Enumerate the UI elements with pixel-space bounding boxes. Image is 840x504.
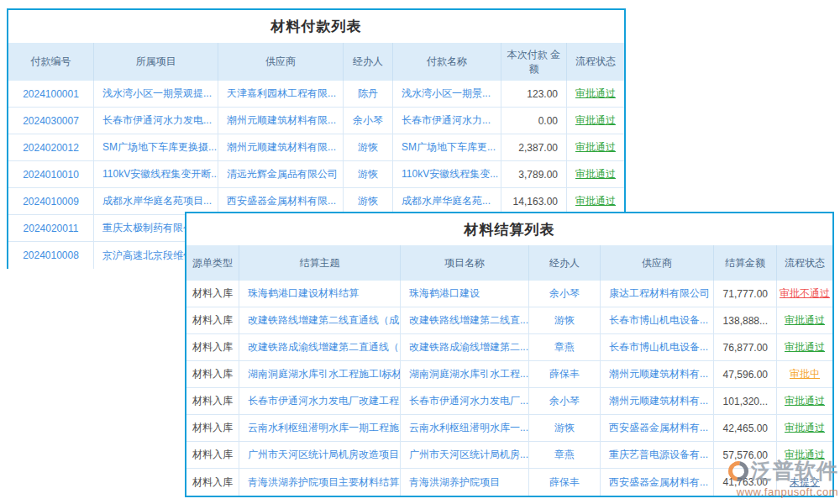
cell-handler: 余小琴	[344, 108, 393, 134]
fanpu-watermark: 泛普软件 www.fanpusoft.com	[712, 457, 838, 498]
settlement-table-title: 材料结算列表	[186, 213, 832, 245]
settlement-table-header: 源单类型 结算主题 项目名称 经办人 供应商 结算金额 流程状态	[186, 245, 832, 281]
column-header: 供应商	[218, 43, 344, 81]
status-link[interactable]: 审批通过	[785, 340, 825, 354]
column-header: 经办人	[529, 245, 601, 281]
cell-handler: 余小琴	[529, 388, 601, 415]
cell-amount: 0.00	[501, 108, 567, 134]
column-header: 流程状态	[567, 43, 624, 81]
status-link[interactable]: 审批通过	[785, 394, 825, 408]
cell-payment-id[interactable]: 2024010010	[8, 161, 94, 188]
cell-project-name[interactable]: 云南水利枢纽潜明水库一...	[401, 415, 529, 442]
status-link[interactable]: 审批通过	[575, 113, 616, 128]
column-header: 流程状态	[777, 245, 832, 281]
cell-payment-id[interactable]: 2024010008	[8, 242, 94, 269]
cell-source-type: 材料入库	[186, 469, 239, 496]
cell-amount: 2,387.00	[501, 134, 567, 161]
cell-payment-name[interactable]: SM广场地下车库更...	[393, 134, 501, 161]
cell-subject[interactable]: 改建铁路线增建第二线直通线（成...	[239, 307, 401, 334]
cell-project[interactable]: 长春市伊通河水力发电...	[94, 108, 218, 134]
settlement-table: 材料结算列表 源单类型 结算主题 项目名称 经办人 供应商 结算金额 流程状态 …	[185, 212, 834, 497]
cell-amount: 123.00	[501, 81, 567, 108]
column-header: 供应商	[601, 245, 714, 281]
cell-supplier[interactable]: 潮州元顺建筑材料有...	[601, 388, 714, 415]
cell-supplier[interactable]: 重庆艺普电源设备有...	[601, 442, 714, 469]
column-header: 项目名称	[401, 245, 529, 281]
cell-payment-name[interactable]: 110kV安徽线程集变...	[393, 161, 501, 188]
cell-payment-name[interactable]: 浅水湾小区一期景...	[393, 81, 501, 108]
cell-status: 审批通过	[777, 415, 832, 442]
column-header: 结算金额	[714, 245, 777, 281]
cell-status: 审批通过	[567, 108, 624, 134]
status-link[interactable]: 审批中	[790, 367, 820, 381]
cell-amount: 71,777.00	[714, 281, 777, 307]
cell-project-name[interactable]: 珠海鹤港口建设	[401, 281, 529, 307]
cell-supplier[interactable]: 清远光辉金属品有限公司	[218, 161, 344, 188]
cell-supplier[interactable]: 西安盛器金属材料有...	[601, 415, 714, 442]
cell-supplier[interactable]: 康达工程材料有限公司	[601, 281, 714, 307]
cell-status: 审批通过	[777, 388, 832, 415]
cell-handler: 章燕	[529, 334, 601, 361]
cell-project[interactable]: SM广场地下车库更换摄...	[94, 134, 218, 161]
cell-subject[interactable]: 长春市伊通河水力发电厂改建工程...	[239, 388, 401, 415]
column-header: 结算主题	[239, 245, 401, 281]
cell-handler: 余小琴	[529, 281, 601, 307]
cell-supplier[interactable]: 长春市博山机电设备...	[601, 334, 714, 361]
cell-project[interactable]: 浅水湾小区一期景观提...	[94, 81, 218, 108]
fanpu-watermark-top: 泛普软件	[712, 457, 838, 485]
status-link[interactable]: 审批通过	[575, 194, 616, 208]
cell-source-type: 材料入库	[186, 281, 239, 307]
cell-payment-id[interactable]: 2024010009	[8, 188, 94, 215]
cell-amount: 3,789.00	[501, 161, 567, 188]
fanpu-url: www.fanpusoft.com	[712, 486, 838, 498]
status-link[interactable]: 审批不通过	[780, 286, 830, 301]
fanpu-logo-icon	[724, 457, 752, 485]
cell-amount: 47,596.00	[714, 361, 777, 388]
cell-supplier[interactable]: 潮州元顺建筑材料有限...	[218, 108, 344, 134]
status-link[interactable]: 审批通过	[575, 167, 616, 181]
cell-project-name[interactable]: 青海洪湖养护院项目	[401, 469, 529, 496]
column-header: 本次付款 金额	[501, 43, 567, 81]
cell-handler: 游恢	[529, 415, 601, 442]
cell-payment-id[interactable]: 2024020012	[8, 134, 94, 161]
cell-project-name[interactable]: 湖南洞庭湖水库引水工程...	[401, 361, 529, 388]
cell-amount: 101,320...	[714, 388, 777, 415]
cell-subject[interactable]: 改建铁路成渝线增建第二直通线（...	[239, 334, 401, 361]
cell-subject[interactable]: 云南水利枢纽潜明水库一期工程施...	[239, 415, 401, 442]
cell-handler: 游恢	[344, 161, 393, 188]
cell-supplier[interactable]: 潮州元顺建筑材料有限...	[218, 134, 344, 161]
status-link[interactable]: 审批通过	[785, 421, 825, 435]
cell-subject[interactable]: 广州市天河区统计局机房改造项目...	[239, 442, 401, 469]
cell-supplier[interactable]: 西安盛器金属材料有...	[601, 469, 714, 496]
cell-status: 审批通过	[777, 307, 832, 334]
cell-project-name[interactable]: 长春市伊通河水力发电厂...	[401, 388, 529, 415]
status-link[interactable]: 审批通过	[575, 140, 616, 155]
cell-amount: 138,888...	[714, 307, 777, 334]
cell-handler: 游恢	[344, 134, 393, 161]
cell-supplier[interactable]: 长春市博山机电设备...	[601, 307, 714, 334]
cell-project-name[interactable]: 改建铁路线增建第二线直...	[401, 307, 529, 334]
cell-status: 审批通过	[567, 161, 624, 188]
cell-supplier[interactable]: 潮州元顺建筑材料有...	[601, 361, 714, 388]
status-link[interactable]: 审批通过	[785, 313, 825, 328]
cell-payment-id[interactable]: 2024020011	[8, 215, 94, 242]
cell-supplier[interactable]: 天津嘉利园林工程有限...	[218, 81, 344, 108]
cell-subject[interactable]: 珠海鹤港口建设材料结算	[239, 281, 401, 307]
column-header: 付款编号	[8, 43, 94, 81]
cell-payment-id[interactable]: 2024030007	[8, 108, 94, 134]
payment-table-header: 付款编号 所属项目 供应商 经办人 付款名称 本次付款 金额 流程状态	[8, 43, 624, 81]
cell-project[interactable]: 110kV安徽线程集变开断...	[94, 161, 218, 188]
cell-project-name[interactable]: 改建铁路成渝线增建第二...	[401, 334, 529, 361]
cell-handler: 薛保丰	[529, 361, 601, 388]
cell-project-name[interactable]: 广州市天河区统计局机房...	[401, 442, 529, 469]
cell-subject[interactable]: 青海洪湖养护院项目主要材料结算	[239, 469, 401, 496]
cell-amount: 76,877.00	[714, 334, 777, 361]
cell-handler: 游恢	[529, 307, 601, 334]
cell-payment-id[interactable]: 2024100001	[8, 81, 94, 108]
cell-subject[interactable]: 湖南洞庭湖水库引水工程施工I标材...	[239, 361, 401, 388]
status-link[interactable]: 审批通过	[575, 87, 616, 101]
payment-table-title: 材料付款列表	[8, 10, 624, 43]
cell-payment-name[interactable]: 长春市伊通河水力...	[393, 108, 501, 134]
column-header: 源单类型	[186, 245, 239, 281]
cell-source-type: 材料入库	[186, 334, 239, 361]
